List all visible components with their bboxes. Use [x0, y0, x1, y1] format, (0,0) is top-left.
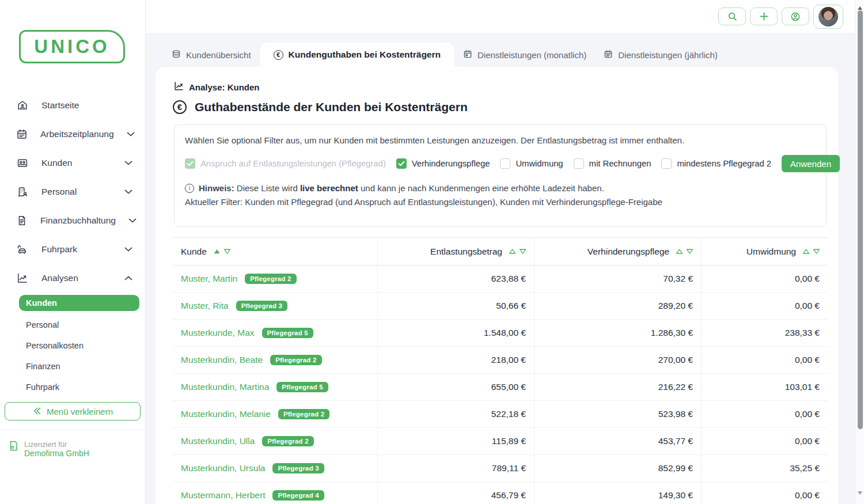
umwidmung-cell: 0,00 €: [701, 482, 828, 504]
submenu-item-personal[interactable]: Personal: [19, 314, 139, 335]
chevron-up-icon: [124, 276, 132, 281]
scrollbar-thumb[interactable]: [858, 10, 863, 429]
submenu-item-kunden[interactable]: Kunden: [19, 295, 139, 311]
entlastungsbetrag-cell: 789,11 €: [377, 455, 534, 482]
customer-link[interactable]: Musterkundin, Beate: [181, 355, 263, 365]
verhinderungspflege-cell: 523,98 €: [534, 401, 701, 427]
column-label: Kunde: [181, 247, 207, 257]
home-icon: [16, 100, 29, 111]
table-row: Musterkundin, UrsulaPflegegrad 3 789,11 …: [173, 455, 828, 482]
submenu-item-personalkosten[interactable]: Personalkosten: [19, 335, 139, 356]
checkbox-verhinderungspflege[interactable]: Verhinderungspflege: [396, 158, 490, 169]
tab-dienstleistungen-jaehrlich[interactable]: Dienstleistungen (jährlich): [595, 43, 726, 67]
customer-link[interactable]: Musterkundin, Ursula: [181, 463, 265, 473]
sidebar-divider: [0, 430, 146, 430]
customer-link[interactable]: Musterkundin, Melanie: [181, 409, 271, 419]
collapse-menu-button[interactable]: Menü verkleinern: [5, 402, 141, 420]
vertical-scrollbar: [855, 0, 864, 504]
sort-asc-icon[interactable]: [509, 249, 516, 254]
checkbox-umwidmung[interactable]: Umwidmung: [500, 158, 563, 169]
tab-dienstleistungen-monatlich[interactable]: Dienstleistungen (monatlich): [454, 43, 595, 67]
license-label: Lizenziert für: [24, 440, 89, 449]
sort-controls: [509, 249, 526, 254]
avatar-button[interactable]: [813, 5, 843, 29]
search-icon: [727, 12, 737, 21]
customers-icon: [16, 157, 29, 169]
umwidmung-cell: 35,25 €: [701, 455, 828, 482]
verhinderungspflege-cell: 453,77 €: [534, 428, 701, 454]
pflegegrad-badge: Pflegegrad 3: [272, 463, 324, 473]
pflegegrad-badge: Pflegegrad 2: [278, 409, 329, 419]
staff-icon: [16, 186, 29, 198]
checkbox-mindestens-pflegegrad-2[interactable]: mindestens Pflegegrad 2: [661, 158, 771, 169]
car-icon: [16, 244, 29, 255]
sort-asc-icon[interactable]: [803, 249, 809, 254]
submenu-item-finanzen[interactable]: Finanzen: [19, 356, 139, 377]
sidebar-item-analysen[interactable]: Analysen: [0, 264, 145, 293]
sidebar-item-kunden[interactable]: Kunden: [0, 149, 145, 177]
customer-cell: Mustermann, HerbertPflegegrad 4: [173, 482, 377, 504]
scroll-down-icon[interactable]: [857, 488, 863, 494]
checkbox-unchecked: [500, 158, 510, 169]
column-label: Umwidmung: [746, 247, 796, 257]
apply-button[interactable]: Anwenden: [782, 155, 840, 172]
column-umwidmung: Umwidmung: [701, 238, 828, 265]
submenu-item-fuhrpark[interactable]: Fuhrpark: [19, 377, 139, 397]
account-button[interactable]: [782, 7, 809, 25]
sort-desc-icon[interactable]: [224, 249, 230, 254]
sidebar-item-label: Analysen: [41, 273, 78, 283]
page-title: € Guthabenstände der Kunden bei Kostentr…: [173, 100, 468, 114]
customer-link[interactable]: Musterkundin, Ulla: [181, 436, 255, 446]
checkbox-anspruch-entlastungsleistungen[interactable]: Anspruch auf Entlastungsleistungen (Pfle…: [185, 158, 386, 169]
customer-link[interactable]: Musterkunde, Max: [181, 328, 255, 338]
customer-link[interactable]: Mustermann, Herbert: [181, 490, 265, 501]
pflegegrad-badge: Pflegegrad 5: [276, 382, 328, 392]
sidebar-item-label: Personal: [41, 187, 77, 197]
sort-desc-icon[interactable]: [813, 249, 820, 254]
verhinderungspflege-cell: 216,22 €: [534, 374, 701, 400]
add-button[interactable]: [750, 7, 778, 25]
customer-link[interactable]: Muster, Rita: [181, 301, 229, 311]
tab-kundenguthaben[interactable]: € Kundenguthaben bei Kostenträgern: [260, 43, 454, 67]
customer-link[interactable]: Musterkundin, Martina: [181, 382, 269, 392]
checkbox-mit-rechnungen[interactable]: mit Rechnungen: [574, 158, 651, 169]
sidebar-item-fuhrpark[interactable]: Fuhrpark: [0, 235, 145, 264]
content-card: Analyse: Kunden € Guthabenstände der Kun…: [156, 67, 838, 504]
sidebar-item-finanzbuchhaltung[interactable]: Finanzbuchhaltung: [0, 206, 145, 235]
scroll-up-icon[interactable]: [857, 3, 863, 9]
checkbox-unchecked: [574, 158, 584, 169]
entlastungsbetrag-cell: 623,88 €: [377, 266, 534, 292]
sidebar-item-startseite[interactable]: Startseite: [0, 91, 145, 120]
pflegegrad-badge: Pflegegrad 4: [272, 490, 324, 501]
customer-cell: Musterkundin, BeatePflegegrad 2: [173, 347, 377, 373]
customer-cell: Musterkundin, UrsulaPflegegrad 3: [173, 455, 377, 482]
customer-cell: Muster, MartinPflegegrad 2: [173, 266, 377, 292]
customer-link[interactable]: Muster, Martin: [181, 274, 237, 284]
pflegegrad-badge: Pflegegrad 5: [262, 328, 313, 338]
sidebar-item-label: Kunden: [41, 158, 72, 168]
tab-label: Dienstleistungen (jährlich): [618, 50, 718, 60]
analytics-icon: [174, 81, 184, 93]
sort-desc-icon[interactable]: [520, 249, 526, 254]
checkbox-label: mindestens Pflegegrad 2: [677, 159, 771, 168]
table-row: Musterkunde, MaxPflegegrad 5 1.548,00 € …: [173, 320, 828, 347]
sort-asc-icon[interactable]: [676, 249, 683, 254]
umwidmung-cell: 0,00 €: [701, 428, 828, 454]
table-row: Mustermann, HerbertPflegegrad 4 456,79 €…: [173, 482, 828, 504]
search-button[interactable]: [718, 7, 746, 25]
sort-asc-icon[interactable]: [214, 249, 220, 254]
chevron-down-icon: [124, 161, 132, 165]
verhinderungspflege-cell: 149,30 €: [534, 482, 701, 504]
license-info: Lizenziert für Demofirma GmbH: [8, 440, 89, 458]
entlastungsbetrag-cell: 655,00 €: [377, 374, 534, 400]
calendar-year-icon: [604, 50, 613, 60]
filter-checkbox-row: Anspruch auf Entlastungsleistungen (Pfle…: [185, 155, 816, 172]
sort-desc-icon[interactable]: [687, 249, 693, 254]
sidebar-item-personal[interactable]: Personal: [0, 177, 145, 206]
tab-kundenuebersicht[interactable]: Kundenübersicht: [163, 43, 260, 67]
tab-bar: Kundenübersicht € Kundenguthaben bei Kos…: [163, 43, 726, 67]
table-row: Muster, MartinPflegegrad 2 623,88 € 70,3…: [173, 266, 828, 293]
sidebar-item-arbeitszeitplanung[interactable]: Arbeitszeitplanung: [0, 120, 145, 149]
customer-cell: Musterkunde, MaxPflegegrad 5: [173, 320, 377, 346]
pflegegrad-badge: Pflegegrad 3: [236, 301, 287, 311]
